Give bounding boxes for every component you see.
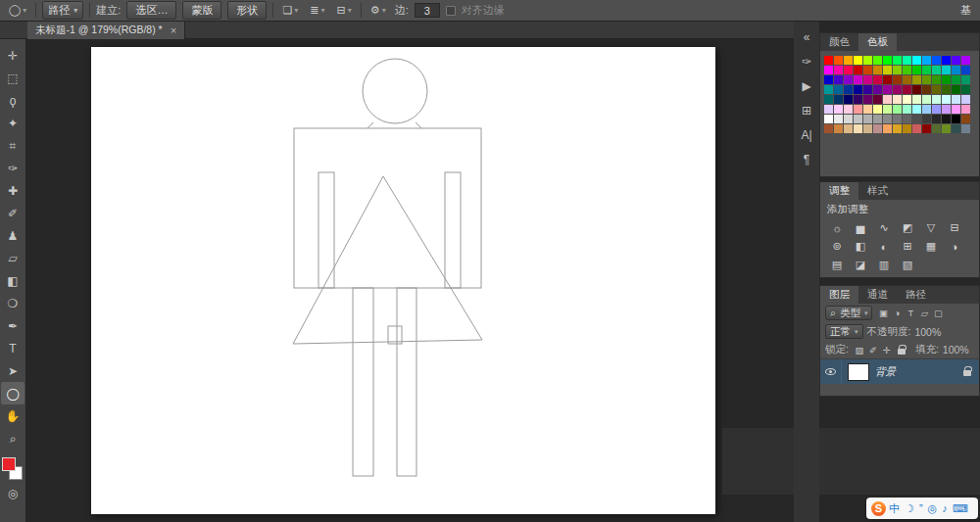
ime-emoji-icon[interactable]: ◎ xyxy=(928,503,938,514)
color-swatch[interactable] xyxy=(903,85,911,94)
color-swatch[interactable] xyxy=(893,115,902,123)
tab-layers[interactable]: 图层 xyxy=(820,286,858,304)
color-swatch[interactable] xyxy=(922,75,931,84)
collapse-panels-icon[interactable]: « xyxy=(804,31,810,43)
close-tab-icon[interactable]: × xyxy=(171,24,176,36)
color-swatch[interactable] xyxy=(883,105,892,114)
lasso-tool[interactable]: ϙ xyxy=(1,89,24,112)
color-swatch[interactable] xyxy=(863,95,872,104)
color-swatch[interactable] xyxy=(952,66,960,74)
filter-type-layers-icon[interactable]: T xyxy=(904,307,917,319)
color-swatch[interactable] xyxy=(834,75,843,84)
color-swatch[interactable] xyxy=(922,124,931,133)
color-swatch[interactable] xyxy=(863,105,872,114)
color-swatch[interactable] xyxy=(952,56,960,65)
layer-filter-select[interactable]: ⌕ 类型 xyxy=(825,306,872,320)
color-swatch[interactable] xyxy=(961,66,970,74)
pen-tool[interactable]: ✒ xyxy=(1,314,24,337)
color-swatch[interactable] xyxy=(844,115,853,123)
color-swatch[interactable] xyxy=(844,56,853,65)
color-swatch[interactable] xyxy=(912,115,921,123)
opacity-value[interactable]: 100% xyxy=(914,326,941,338)
color-swatch[interactable] xyxy=(903,75,911,84)
make-mask-button[interactable]: 蒙版 xyxy=(182,1,221,20)
lock-all-icon[interactable] xyxy=(898,349,906,355)
ime-fullwidth-moon-icon[interactable]: ☽ xyxy=(905,503,914,514)
filter-adjustment-layers-icon[interactable]: ◑ xyxy=(890,307,904,319)
color-swatch[interactable] xyxy=(952,105,960,114)
color-swatch[interactable] xyxy=(932,56,941,65)
brightness-contrast-icon[interactable]: ☼ xyxy=(825,218,849,237)
color-swatch[interactable] xyxy=(893,95,902,104)
color-swatch[interactable] xyxy=(883,75,892,84)
color-swatch[interactable] xyxy=(824,115,833,123)
color-swatch[interactable] xyxy=(961,115,970,123)
color-swatch[interactable] xyxy=(961,85,970,94)
color-swatch[interactable] xyxy=(844,66,853,74)
tool-preset-picker[interactable]: ◯ xyxy=(6,3,29,18)
black-white-icon[interactable]: ◧ xyxy=(849,237,872,256)
color-swatch[interactable] xyxy=(903,95,911,104)
color-swatch[interactable] xyxy=(834,85,843,94)
color-swatch[interactable] xyxy=(952,115,960,123)
layer-visibility-toggle[interactable] xyxy=(820,359,842,385)
tab-color[interactable]: 颜色 xyxy=(820,33,858,51)
color-swatch[interactable] xyxy=(873,105,882,114)
color-swatch[interactable] xyxy=(844,105,853,114)
color-swatch[interactable] xyxy=(912,95,921,104)
color-swatch[interactable] xyxy=(932,66,941,74)
make-shape-button[interactable]: 形状 xyxy=(227,1,267,20)
type-tool[interactable]: T xyxy=(1,337,24,359)
color-swatch[interactable] xyxy=(961,56,970,65)
path-operations-dropdown[interactable]: ❏ xyxy=(279,3,301,18)
color-swatch[interactable] xyxy=(961,124,970,133)
color-swatch[interactable] xyxy=(942,124,951,133)
color-swatch[interactable] xyxy=(912,56,921,65)
tab-swatches[interactable]: 色板 xyxy=(858,33,897,51)
blur-tool[interactable]: ❍ xyxy=(1,292,24,314)
healing-brush-tool[interactable]: ✚ xyxy=(1,179,24,202)
workspace-switcher[interactable]: 基 xyxy=(956,2,974,19)
brush-panel-icon[interactable]: ✑ xyxy=(802,56,811,68)
color-swatch[interactable] xyxy=(873,85,882,94)
color-swatch[interactable] xyxy=(942,66,951,74)
tool-presets-panel-icon[interactable]: ⊞ xyxy=(802,105,811,117)
color-swatch[interactable] xyxy=(932,75,941,84)
color-swatch[interactable] xyxy=(912,124,921,133)
color-swatch[interactable] xyxy=(922,66,931,74)
tab-adjustments[interactable]: 调整 xyxy=(820,182,858,200)
color-swatch[interactable] xyxy=(932,85,941,94)
color-swatch[interactable] xyxy=(932,124,941,133)
color-swatch[interactable] xyxy=(903,56,911,65)
layer-thumbnail[interactable] xyxy=(848,363,869,381)
color-swatch[interactable] xyxy=(854,66,862,74)
color-swatch[interactable] xyxy=(834,105,843,114)
color-swatch[interactable] xyxy=(873,56,882,65)
clone-stamp-tool[interactable]: ♟ xyxy=(1,224,24,247)
threshold-icon[interactable]: ◪ xyxy=(849,256,872,274)
color-swatch[interactable] xyxy=(912,85,921,94)
levels-icon[interactable]: ▅ xyxy=(849,218,872,237)
color-swatch[interactable] xyxy=(824,95,833,104)
character-panel-icon[interactable]: A| xyxy=(801,129,811,141)
layer-row-background[interactable]: 背景 xyxy=(820,358,979,384)
quick-selection-tool[interactable]: ✦ xyxy=(1,112,24,134)
color-swatch[interactable] xyxy=(903,115,911,123)
shape-tool[interactable]: ◯ xyxy=(1,382,24,404)
lock-pixels-icon[interactable]: ✐ xyxy=(866,344,880,356)
ime-logo-icon[interactable]: S xyxy=(871,501,886,516)
color-swatch[interactable] xyxy=(952,85,960,94)
path-arrange-dropdown[interactable]: ⊟ xyxy=(334,3,355,18)
path-alignment-dropdown[interactable]: ≣ xyxy=(307,3,327,18)
color-swatch[interactable] xyxy=(922,56,931,65)
color-swatch[interactable] xyxy=(961,105,970,114)
photo-filter-icon[interactable]: ◐ xyxy=(872,237,896,256)
color-swatch[interactable] xyxy=(922,95,931,104)
filter-smart-objects-icon[interactable]: ▢ xyxy=(931,307,945,319)
color-lookup-icon[interactable]: ▦ xyxy=(919,237,943,256)
crop-tool[interactable]: ⌗ xyxy=(1,134,24,157)
color-swatch[interactable] xyxy=(893,105,902,114)
color-swatch[interactable] xyxy=(932,95,941,104)
color-swatch[interactable] xyxy=(854,105,862,114)
color-swatch[interactable] xyxy=(873,66,882,74)
